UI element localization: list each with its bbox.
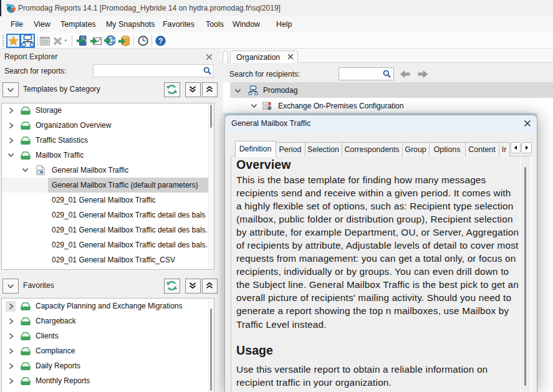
svg-text:?: ? xyxy=(158,37,163,45)
